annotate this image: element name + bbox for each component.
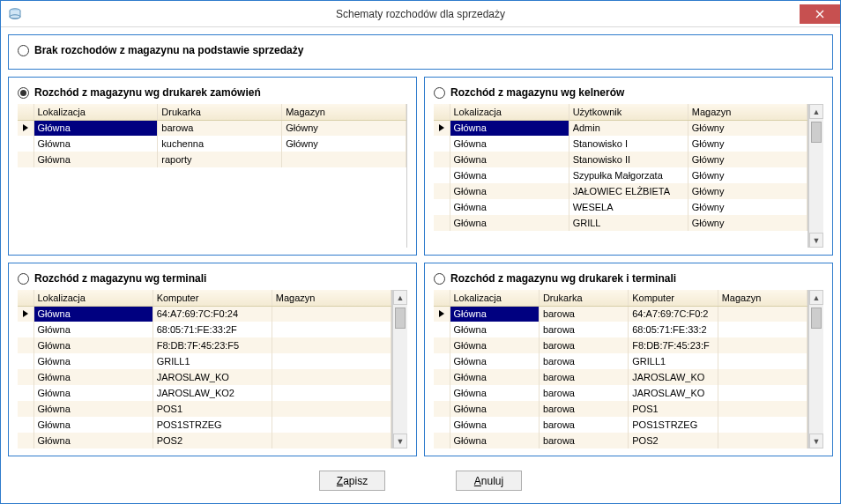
table-cell[interactable]: GRILL1 [629,353,718,369]
table-cell[interactable]: Główna [450,433,539,448]
table-cell[interactable]: Główna [450,306,539,322]
table-row[interactable]: GłównabarowaJAROSLAW_KO [434,369,808,385]
table-row[interactable]: GłównaJAROSLAW_KO [18,369,391,385]
table-cell[interactable] [272,385,391,401]
table-row[interactable]: GłównaAdminGłówny [434,120,808,136]
table-cell[interactable]: JAROSLAW_KO2 [153,385,272,401]
table-cell[interactable]: Główna [450,199,569,215]
option-terminals[interactable]: Rozchód z magazynu wg terminali [18,272,407,285]
table-cell[interactable]: WESELA [569,199,688,215]
option-printersTerminals[interactable]: Rozchód z magazynu wg drukarek i termina… [434,272,823,285]
table-row[interactable]: Głównabarowa64:A7:69:7C:F0:2 [434,306,808,322]
table-row[interactable]: GłównabarowaF8:DB:7F:45:23:F [434,337,808,353]
column-header[interactable]: Użytkownik [569,104,688,120]
table-cell[interactable]: Główny [688,199,807,215]
table-cell[interactable]: barowa [539,337,628,353]
table-printersTerminals[interactable]: LokalizacjaDrukarkaKomputerMagazynGłówna… [434,290,808,448]
table-cell[interactable]: Szypułka Małgorzata [569,167,688,183]
table-row[interactable]: GłównaJAŁOWIEC ELŻBIETAGłówny [434,183,808,199]
table-cell[interactable]: Główna [450,152,569,167]
table-cell[interactable]: 64:A7:69:7C:F0:24 [153,306,272,322]
table-cell[interactable]: raporty [158,152,282,167]
table-row[interactable]: GłównaGRILLGłówny [434,215,808,231]
table-row[interactable]: GłównabarowaGłówny [18,120,406,136]
table-cell[interactable]: JAŁOWIEC ELŻBIETA [569,183,688,199]
table-row[interactable]: GłównaWESELAGłówny [434,199,808,215]
table-cell[interactable]: Główna [450,322,539,337]
table-cell[interactable]: barowa [539,433,628,448]
table-cell[interactable] [718,353,807,369]
column-header[interactable]: Komputer [629,290,718,306]
table-row[interactable]: GłównaJAROSLAW_KO2 [18,385,391,401]
table-cell[interactable] [282,152,406,167]
table-cell[interactable]: Główna [33,401,153,417]
scroll-down-icon[interactable]: ▼ [809,434,823,448]
table-cell[interactable] [718,369,807,385]
table-cell[interactable]: F8:DB:7F:45:23:F [629,337,718,353]
table-cell[interactable]: 64:A7:69:7C:F0:2 [629,306,718,322]
table-cell[interactable]: POS1STRZEG [629,417,718,433]
table-cell[interactable]: Główna [450,120,569,136]
table-cell[interactable]: Główny [688,152,807,167]
table-cell[interactable]: barowa [539,417,628,433]
table-cell[interactable] [718,385,807,401]
scroll-down-icon[interactable]: ▼ [393,434,407,448]
table-row[interactable]: GłównabarowaPOS2 [434,433,808,448]
table-cell[interactable]: Główny [688,215,807,231]
table-cell[interactable] [718,417,807,433]
table-row[interactable]: Głównaraporty [18,152,406,167]
table-cell[interactable]: barowa [539,385,628,401]
table-cell[interactable]: Stanowisko I [569,136,688,152]
table-cell[interactable] [272,401,391,417]
column-header[interactable]: Magazyn [688,104,807,120]
scroll-up-icon[interactable]: ▲ [809,290,823,305]
table-printers[interactable]: LokalizacjaDrukarkaMagazynGłównabarowaGł… [18,104,406,167]
table-cell[interactable] [272,353,391,369]
table-cell[interactable]: Główna [33,322,153,337]
option-no-issuance[interactable]: Brak rozchodów z magazynu na podstawie s… [18,44,823,56]
table-row[interactable]: GłównaGRILL1 [18,353,391,369]
column-header[interactable]: Magazyn [272,290,391,306]
table-row[interactable]: GłównabarowaJAROSLAW_KO [434,385,808,401]
table-row[interactable]: GłównabarowaGRILL1 [434,353,808,369]
radio-printers[interactable] [18,87,29,99]
table-cell[interactable]: Główna [33,369,153,385]
table-cell[interactable]: Główna [33,385,153,401]
save-button[interactable]: Zapisz [319,471,385,491]
scroll-up-icon[interactable]: ▲ [809,104,823,119]
table-cell[interactable]: Główny [688,183,807,199]
table-waiters[interactable]: LokalizacjaUżytkownikMagazynGłównaAdminG… [434,104,808,231]
table-cell[interactable] [272,417,391,433]
radio-printersTerminals[interactable] [434,273,445,285]
table-cell[interactable]: 68:05:71:FE:33:2F [153,322,272,337]
radio-no-issuance[interactable] [18,45,29,56]
table-row[interactable]: GłównaStanowisko IIGłówny [434,152,808,167]
scroll-thumb[interactable] [395,308,406,329]
table-cell[interactable] [272,369,391,385]
column-header[interactable]: Magazyn [282,104,406,120]
table-cell[interactable]: barowa [539,322,628,337]
table-cell[interactable]: kuchenna [158,136,282,152]
table-row[interactable]: GłównaF8:DB:7F:45:23:F5 [18,337,391,353]
column-header[interactable]: Lokalizacja [450,104,569,120]
table-cell[interactable] [718,401,807,417]
table-cell[interactable]: POS2 [629,433,718,448]
table-cell[interactable]: Główna [33,120,158,136]
table-cell[interactable] [272,306,391,322]
radio-waiters[interactable] [434,87,445,99]
scroll-up-icon[interactable]: ▲ [393,290,407,305]
table-row[interactable]: GłównaPOS2 [18,433,391,448]
table-cell[interactable]: Główna [450,183,569,199]
table-cell[interactable]: JAROSLAW_KO [153,369,272,385]
column-header[interactable]: Lokalizacja [33,290,153,306]
scroll-thumb[interactable] [811,308,822,329]
table-cell[interactable]: Główny [282,136,406,152]
table-row[interactable]: Główna68:05:71:FE:33:2F [18,322,391,337]
table-cell[interactable]: Główny [688,136,807,152]
table-cell[interactable] [718,433,807,448]
column-header[interactable]: Drukarka [158,104,282,120]
table-cell[interactable] [272,322,391,337]
table-cell[interactable]: Admin [569,120,688,136]
table-row[interactable]: GłównaStanowisko IGłówny [434,136,808,152]
table-row[interactable]: Główna64:A7:69:7C:F0:24 [18,306,391,322]
